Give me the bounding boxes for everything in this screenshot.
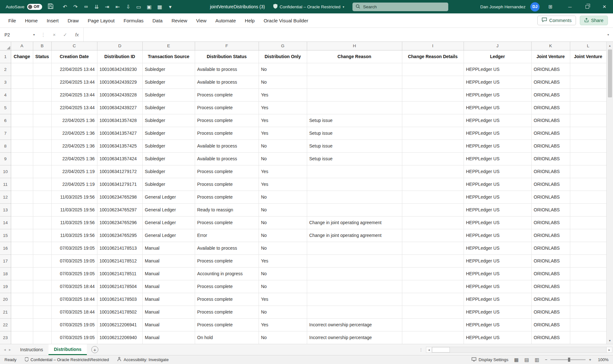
cell-L3[interactable]	[570, 76, 606, 88]
cell-E13[interactable]: General Ledger	[142, 203, 195, 216]
cell-D11[interactable]: 100106341279171	[97, 178, 142, 191]
comments-button[interactable]: Comments	[537, 16, 576, 25]
cell-D13[interactable]: 100106234765297	[97, 203, 142, 216]
zoom-slider-thumb[interactable]	[568, 358, 570, 362]
arrange-windows-icon[interactable]: ▣	[144, 4, 155, 10]
cell-J6[interactable]: HEPPLedger US	[464, 114, 531, 127]
cell-F18[interactable]: Accounting in progress	[195, 267, 259, 280]
cell-A22[interactable]	[11, 318, 33, 331]
tab-nav-right-icon[interactable]: ▸	[9, 347, 11, 352]
cell-H4[interactable]	[307, 88, 402, 101]
cell-D5[interactable]: 100106342439227	[97, 101, 142, 114]
cell-H8[interactable]: Setup issue	[307, 140, 402, 152]
link-icon[interactable]: ∞	[81, 4, 91, 10]
cell-A10[interactable]	[11, 165, 33, 178]
cell-L15[interactable]	[570, 229, 606, 242]
cell-C17[interactable]: 07/03/2025 19:05	[51, 254, 97, 267]
cell-L12[interactable]	[570, 191, 606, 203]
formula-input[interactable]	[83, 28, 603, 42]
cell-G8[interactable]: No	[259, 140, 307, 152]
cell-G4[interactable]: Yes	[259, 88, 307, 101]
cell-F9[interactable]: Available to process	[195, 152, 259, 165]
cell-G12[interactable]: No	[259, 191, 307, 203]
cell-C3[interactable]: 22/04/2025 13:44	[51, 76, 97, 88]
cell-H12[interactable]	[307, 191, 402, 203]
cell-H19[interactable]	[307, 280, 402, 293]
cell-A1[interactable]: Change	[11, 50, 33, 63]
cell-C4[interactable]: 22/04/2025 13:44	[51, 88, 97, 101]
column-header-H[interactable]: H	[307, 42, 402, 50]
cell-B6[interactable]	[33, 114, 51, 127]
cell-K8[interactable]: ORIONLABS	[531, 140, 570, 152]
column-header-J[interactable]: J	[464, 42, 531, 50]
cell-E4[interactable]: Subledger	[142, 88, 195, 101]
cell-E23[interactable]: Manual	[142, 331, 195, 344]
cell-I9[interactable]	[402, 152, 464, 165]
zoom-level[interactable]: 100%	[594, 357, 609, 362]
cell-J23[interactable]: HEPPLedger US	[464, 331, 531, 344]
cell-D19[interactable]: 100106214178504	[97, 280, 142, 293]
apps-icon[interactable]: ⊞	[544, 4, 556, 10]
cell-I10[interactable]	[402, 165, 464, 178]
cell-B12[interactable]	[33, 191, 51, 203]
cell-H1[interactable]: Change Reason	[307, 50, 402, 63]
cell-J12[interactable]: HEPPLedger US	[464, 191, 531, 203]
cell-K12[interactable]: ORIONLABS	[531, 191, 570, 203]
cell-J19[interactable]: HEPPLedger US	[464, 280, 531, 293]
cell-D3[interactable]: 100106342439229	[97, 76, 142, 88]
add-sheet-icon[interactable]: +	[91, 346, 98, 353]
row-header-21[interactable]: 21	[0, 306, 11, 318]
cell-K2[interactable]: ORIONLABS	[531, 63, 570, 76]
cell-B13[interactable]	[33, 203, 51, 216]
cell-D7[interactable]: 100106341357427	[97, 127, 142, 140]
ribbon-tab-draw[interactable]: Draw	[63, 13, 83, 27]
cell-H21[interactable]	[307, 306, 402, 318]
cell-K13[interactable]: ORIONLABS	[531, 203, 570, 216]
cell-K23[interactable]: ORIONLABS	[531, 331, 570, 344]
cell-B23[interactable]	[33, 331, 51, 344]
cell-B16[interactable]	[33, 242, 51, 254]
cell-I3[interactable]	[402, 76, 464, 88]
cell-F12[interactable]: Process complete	[195, 191, 259, 203]
cell-A7[interactable]	[11, 127, 33, 140]
cell-C8[interactable]: 22/04/2025 1:36	[51, 140, 97, 152]
cell-C9[interactable]: 22/04/2025 1:36	[51, 152, 97, 165]
cell-F4[interactable]: Process complete	[195, 88, 259, 101]
cell-F17[interactable]: Process complete	[195, 254, 259, 267]
cell-J18[interactable]: HEPPLedger US	[464, 267, 531, 280]
cell-J10[interactable]: HEPPLedger US	[464, 165, 531, 178]
cell-J3[interactable]: HEPPLedger US	[464, 76, 531, 88]
cell-A15[interactable]	[11, 229, 33, 242]
cell-D16[interactable]: 100106214178513	[97, 242, 142, 254]
avatar[interactable]: DJ	[530, 2, 540, 11]
select-all-corner[interactable]	[0, 42, 11, 50]
cell-H7[interactable]: Setup issue	[307, 127, 402, 140]
cell-B19[interactable]	[33, 280, 51, 293]
restore-icon[interactable]	[579, 0, 596, 13]
cell-B3[interactable]	[33, 76, 51, 88]
cell-A14[interactable]	[11, 216, 33, 229]
cell-L22[interactable]	[570, 318, 606, 331]
cell-I1[interactable]: Change Reason Details	[402, 50, 464, 63]
cell-E20[interactable]: Manual	[142, 293, 195, 306]
vertical-scroll-thumb[interactable]	[608, 49, 612, 97]
cell-L17[interactable]	[570, 254, 606, 267]
cell-H22[interactable]: Incorrect ownership percentage	[307, 318, 402, 331]
cell-F3[interactable]: Available to process	[195, 76, 259, 88]
cell-C18[interactable]: 07/03/2025 19:05	[51, 267, 97, 280]
cell-E1[interactable]: Transaction Source	[142, 50, 195, 63]
cell-D14[interactable]: 100106234765296	[97, 216, 142, 229]
cell-K11[interactable]: ORIONLABS	[531, 178, 570, 191]
cell-K16[interactable]: ORIONLABS	[531, 242, 570, 254]
cell-L19[interactable]	[570, 280, 606, 293]
cell-F11[interactable]: Process complete	[195, 178, 259, 191]
cell-A8[interactable]	[11, 140, 33, 152]
cell-I17[interactable]	[402, 254, 464, 267]
cell-B21[interactable]	[33, 306, 51, 318]
cell-I6[interactable]	[402, 114, 464, 127]
cell-G11[interactable]: Yes	[259, 178, 307, 191]
hscroll-left-icon[interactable]: ◂	[426, 347, 432, 353]
cell-G23[interactable]: No	[259, 331, 307, 344]
share-button[interactable]: Share	[580, 16, 608, 25]
cell-G5[interactable]: Yes	[259, 101, 307, 114]
